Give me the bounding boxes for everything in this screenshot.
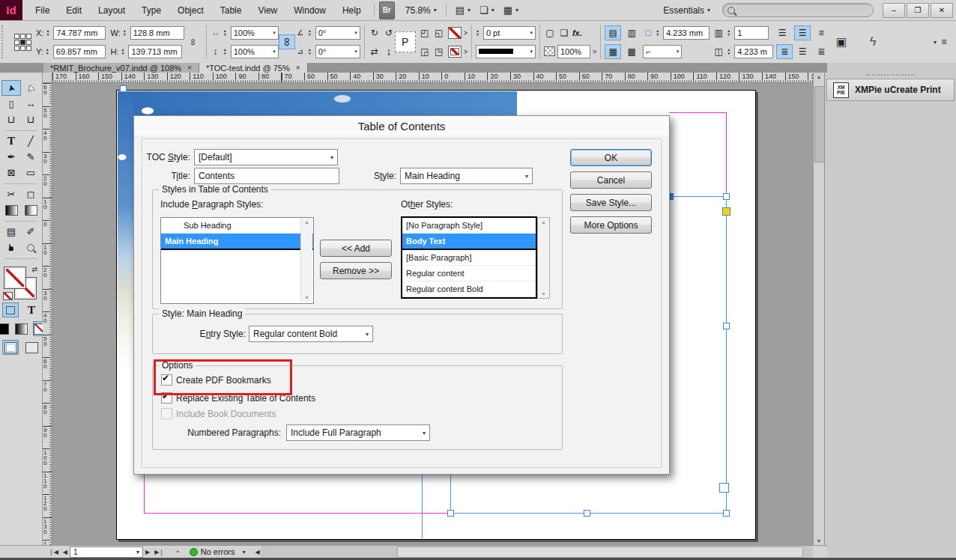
vertical-scrollbar[interactable]: ▲ ▼ — [813, 73, 824, 545]
hand-tool[interactable]: ☛ — [1, 240, 21, 255]
search-input[interactable] — [722, 3, 874, 17]
opacity-icon[interactable]: ▢ — [544, 28, 556, 38]
document-tab[interactable]: *RMIT_Brochure_v07.indd @ 108%× — [43, 63, 199, 73]
frame-corner-handle[interactable] — [723, 510, 730, 517]
stroke-swatch[interactable] — [448, 46, 462, 58]
horizontal-scrollbar[interactable] — [261, 546, 813, 558]
numbered-paragraphs-dropdown[interactable]: Include Full Paragraph▾ — [286, 424, 430, 441]
next-page-button[interactable]: ▶ — [143, 549, 152, 556]
entry-style-dropdown[interactable]: Regular content Bold▾ — [249, 326, 373, 342]
rotation-spinner[interactable]: ▲▼ — [308, 29, 313, 37]
list-item[interactable]: [No Paragraph Style] — [402, 218, 536, 234]
tab-close-icon[interactable]: × — [187, 64, 192, 72]
list-item[interactable]: Main Heading — [161, 234, 313, 250]
type-tool[interactable]: T — [1, 133, 21, 149]
scale-y-spinner[interactable]: ▲▼ — [223, 48, 229, 55]
drop-shadow-icon[interactable]: ❏ — [558, 28, 570, 38]
scale-x-combo[interactable]: 100%▾ — [231, 26, 279, 40]
menu-item-object[interactable]: Object — [169, 0, 212, 20]
include-styles-list[interactable]: Sub HeadingMain Heading — [160, 217, 314, 304]
opacity-field[interactable]: 100% — [557, 45, 590, 58]
wrap-bounding-button[interactable]: ▥ — [623, 25, 640, 40]
text-frame-right-edge[interactable] — [726, 196, 727, 514]
quick-apply-icon[interactable]: ϟ — [867, 35, 879, 49]
formatting-affects-container-button[interactable] — [2, 302, 19, 317]
scissors-tool[interactable]: ✂ — [1, 186, 21, 202]
screen-mode-button[interactable]: ▤ ▾ — [451, 3, 475, 18]
frame-tool[interactable]: ⊠ — [1, 165, 21, 180]
list-item[interactable]: Body Text — [402, 234, 536, 250]
chevron-down-icon[interactable]: ▾ — [243, 549, 246, 556]
align-baseline-icon[interactable]: ≣ — [776, 44, 793, 59]
scroll-up-icon[interactable]: ▲ — [814, 74, 824, 79]
note-tool[interactable]: ▤ — [1, 224, 21, 240]
eyedropper-tool[interactable]: ✐ — [21, 224, 40, 240]
cancel-button[interactable]: Cancel — [570, 171, 652, 189]
horizontal-scrollbar-thumb[interactable] — [397, 547, 803, 558]
ok-button[interactable]: OK — [570, 149, 652, 166]
flip-horizontal-icon[interactable]: ⇄ — [369, 46, 381, 57]
page-tool[interactable]: ▯ — [1, 96, 21, 112]
fit-proportional-icon[interactable]: ◳ — [433, 46, 445, 57]
gutter-field[interactable]: 4.233 m — [734, 45, 773, 58]
rectangle-tool[interactable]: ▭ — [21, 165, 40, 180]
shear-combo[interactable]: 0°▾ — [315, 45, 360, 58]
vertical-ruler[interactable]: 6050403020100102030405060708090100110120… — [43, 83, 52, 545]
include-list-scrollbar[interactable]: ▲ ▼ — [300, 218, 312, 302]
list-item[interactable]: Sub Heading — [161, 218, 313, 234]
scroll-down-icon[interactable]: ▼ — [538, 291, 549, 296]
x-spinner[interactable]: ▲▼ — [46, 29, 51, 37]
direct-selection-tool[interactable]: ➤ — [21, 80, 40, 96]
constrain-scale-link-icon[interactable]: ∞ — [279, 34, 295, 49]
w-spinner[interactable]: ▲▼ — [123, 29, 128, 37]
menu-item-table[interactable]: Table — [212, 0, 250, 20]
stroke-weight-combo[interactable]: 0 pt▾ — [483, 26, 536, 40]
more-options-button[interactable]: More Options — [570, 216, 652, 234]
scale-x-spinner[interactable]: ▲▼ — [223, 29, 229, 37]
vertical-scrollbar-thumb[interactable] — [814, 86, 825, 162]
page-number-combo[interactable]: 1 ▾ — [70, 547, 143, 558]
ruler-corner[interactable] — [43, 73, 52, 83]
scale-y-combo[interactable]: 100%▾ — [231, 45, 279, 58]
autofit-icon[interactable]: ▣ — [835, 35, 847, 49]
text-frame-top-edge[interactable] — [669, 196, 727, 197]
rotate-cw-icon[interactable]: ↻ — [369, 28, 381, 38]
inset-spinner[interactable]: ▲▼ — [656, 29, 661, 37]
frame-corner-handle[interactable] — [723, 193, 730, 200]
fill-swatch[interactable] — [448, 27, 462, 39]
arrange-documents-button[interactable]: ▦ ▾ — [499, 3, 523, 18]
free-transform-tool[interactable]: ◻ — [21, 186, 40, 202]
menu-item-file[interactable]: File — [27, 0, 58, 20]
minimize-button[interactable]: – — [883, 3, 905, 18]
frame-handle[interactable] — [120, 85, 127, 92]
remove-button[interactable]: Remove >> — [320, 262, 392, 279]
shear-spinner[interactable]: ▲▼ — [308, 48, 313, 55]
selection-tool[interactable]: ➤ — [1, 80, 21, 96]
formatting-affects-text-button[interactable]: T — [23, 302, 40, 317]
columns-field[interactable]: 1 — [734, 26, 769, 40]
zoom-level-dropdown[interactable]: 75.8% ▾ — [401, 3, 441, 18]
pencil-tool[interactable]: ✎ — [21, 149, 40, 165]
y-spinner[interactable]: ▲▼ — [46, 48, 51, 55]
transparency-icon[interactable] — [544, 46, 555, 56]
apply-color-button[interactable] — [0, 321, 10, 336]
frame-corner-handle[interactable] — [447, 510, 454, 517]
line-tool[interactable]: ╱ — [21, 133, 40, 149]
wrap-shape-button[interactable]: ▦ — [605, 44, 621, 59]
normal-view-mode-button[interactable] — [2, 340, 19, 355]
fit-content-icon[interactable]: ◰ — [419, 28, 431, 38]
text-frame-left-edge[interactable] — [450, 473, 451, 514]
fill-proxy[interactable] — [4, 267, 25, 288]
view-options-button[interactable]: ❏ ▾ — [475, 3, 499, 18]
list-item[interactable]: [Basic Paragraph] — [402, 250, 536, 266]
preview-mode-button[interactable] — [23, 340, 40, 355]
select-container-button[interactable]: P — [395, 31, 416, 52]
menu-item-view[interactable]: View — [249, 0, 285, 20]
frame-mid-handle[interactable] — [723, 323, 730, 329]
h-field[interactable]: 139.713 mm — [128, 45, 182, 58]
content-collector-tool[interactable]: ⊔ — [1, 112, 21, 127]
w-field[interactable]: 128.8 mm — [130, 26, 184, 40]
horizontal-ruler[interactable]: 1701601501401301201101009080706050403020… — [52, 73, 813, 83]
toc-style-dropdown[interactable]: [Default]▾ — [194, 149, 338, 165]
scroll-up-icon[interactable]: ▲ — [301, 219, 312, 225]
